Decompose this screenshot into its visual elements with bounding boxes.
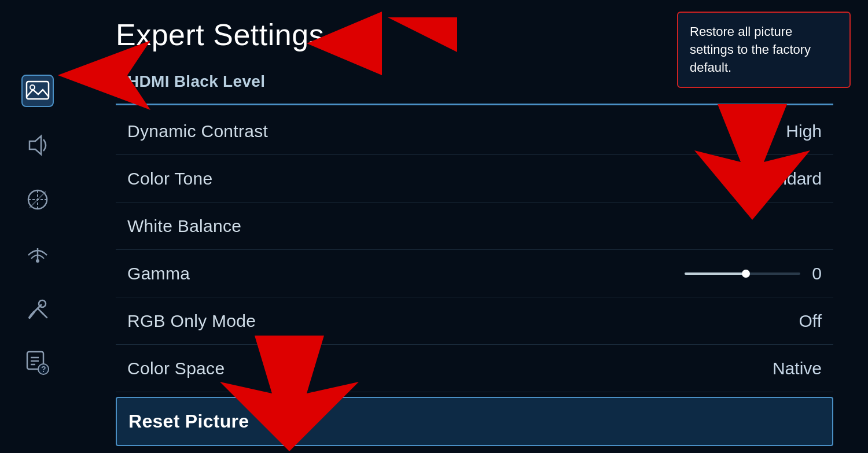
setting-row-gamma[interactable]: Gamma 0 — [116, 250, 833, 297]
setting-row-reset-picture[interactable]: Reset Picture — [116, 397, 833, 446]
sidebar-item-sound[interactable] — [21, 129, 54, 161]
svg-point-7 — [36, 259, 39, 263]
setting-label-rgb-only-mode: RGB Only Mode — [127, 311, 256, 331]
tooltip-box: Restore all picture settings to the fact… — [677, 12, 851, 88]
sidebar-item-help[interactable]: ? — [21, 347, 54, 379]
sidebar: ? — [0, 0, 75, 453]
setting-row-color-tone[interactable]: Color Tone Standard — [116, 155, 833, 202]
settings-list: HDMI Black Level Auto Dynamic Contrast H… — [116, 58, 833, 446]
gamma-slider-fill — [685, 272, 748, 275]
setting-value-rgb-only-mode: Off — [799, 311, 822, 331]
setting-value-color-tone: Standard — [751, 169, 822, 189]
setting-value-color-space: Native — [773, 359, 822, 378]
setting-label-gamma: Gamma — [127, 264, 190, 283]
tooltip-text: Restore all picture settings to the fact… — [690, 24, 811, 75]
svg-point-1 — [30, 85, 35, 90]
setting-label-color-space: Color Space — [127, 359, 225, 378]
setting-value-gamma: 0 — [812, 264, 822, 283]
gamma-control: 0 — [685, 264, 822, 283]
setting-label-color-tone: Color Tone — [127, 169, 213, 189]
setting-label-reset-picture: Reset Picture — [128, 411, 249, 432]
svg-line-6 — [30, 191, 46, 208]
sidebar-item-antenna[interactable] — [21, 183, 54, 216]
sidebar-item-picture[interactable] — [21, 75, 54, 107]
sidebar-item-network[interactable] — [21, 238, 54, 270]
setting-row-white-balance[interactable]: White Balance — [116, 202, 833, 250]
setting-label-dynamic-contrast: Dynamic Contrast — [127, 121, 268, 141]
sidebar-item-tools[interactable] — [21, 292, 54, 325]
setting-label-white-balance: White Balance — [127, 216, 241, 236]
svg-rect-0 — [27, 82, 49, 99]
setting-row-rgb-only-mode[interactable]: RGB Only Mode Off — [116, 297, 833, 345]
svg-text:?: ? — [41, 364, 46, 374]
gamma-slider-thumb — [742, 270, 750, 278]
gamma-slider-track[interactable] — [685, 272, 800, 275]
setting-row-color-space[interactable]: Color Space Native — [116, 345, 833, 392]
svg-point-9 — [39, 300, 46, 307]
svg-line-12 — [38, 308, 43, 314]
setting-label-hdmi-black-level: HDMI Black Level — [127, 72, 265, 91]
setting-row-dynamic-contrast[interactable]: Dynamic Contrast High — [116, 108, 833, 155]
svg-marker-2 — [30, 136, 41, 154]
setting-value-dynamic-contrast: High — [786, 121, 822, 141]
